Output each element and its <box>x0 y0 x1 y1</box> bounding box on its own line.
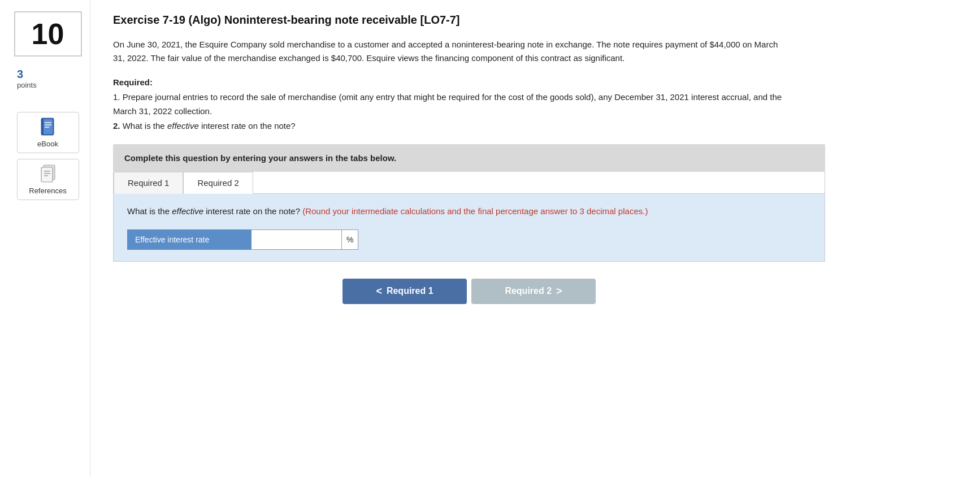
tab-question: What is the effective interest rate on t… <box>127 205 811 218</box>
prev-chevron: < <box>376 285 382 297</box>
tab-question-suffix: interest rate on the note? <box>203 206 300 216</box>
exercise-title: Exercise 7-19 (Algo) Noninterest-bearing… <box>113 14 957 27</box>
points-value: 3 <box>17 68 37 81</box>
nav-buttons: < Required 1 Required 2 > <box>113 279 825 304</box>
prev-button[interactable]: < Required 1 <box>342 279 467 304</box>
tab2-content: What is the effective interest rate on t… <box>114 194 825 261</box>
sidebar-tools: eBook References <box>11 112 84 200</box>
next-chevron: > <box>556 285 562 297</box>
tab-required1[interactable]: Required 1 <box>114 172 183 194</box>
ebook-label: eBook <box>37 140 58 148</box>
tab-required2[interactable]: Required 2 <box>183 172 253 194</box>
references-label: References <box>29 187 66 195</box>
tabs-container: Required 1 Required 2 What is the effect… <box>113 172 825 262</box>
main-content: Exercise 7-19 (Algo) Noninterest-bearing… <box>90 0 980 477</box>
ebook-tool[interactable]: eBook <box>17 112 79 153</box>
tab-question-prefix: What is the <box>127 206 172 216</box>
prev-label: Required 1 <box>387 286 433 296</box>
answer-label: Effective interest rate <box>127 229 251 250</box>
svg-rect-2 <box>41 118 44 135</box>
tab-question-italic: effective <box>172 206 203 216</box>
references-tool[interactable]: References <box>17 159 79 200</box>
svg-rect-1 <box>42 119 53 134</box>
copy-icon <box>39 164 57 184</box>
next-button: Required 2 > <box>471 279 596 304</box>
percent-symbol: % <box>342 229 358 250</box>
required-section: Required: 1. Prepare journal entries to … <box>113 75 791 133</box>
svg-rect-7 <box>41 167 53 182</box>
answer-row: Effective interest rate % <box>127 229 811 250</box>
question-body: On June 30, 2021, the Esquire Company so… <box>113 38 791 65</box>
next-label: Required 2 <box>505 286 552 296</box>
required-item-1: 1. Prepare journal entries to record the… <box>113 90 791 119</box>
required-item-2: 2. What is the effective interest rate o… <box>113 119 791 133</box>
instruction-bar: Complete this question by entering your … <box>113 144 825 172</box>
effective-rate-input[interactable] <box>251 229 342 250</box>
points-section: 3 points <box>17 68 37 89</box>
points-label: points <box>17 81 37 89</box>
round-note: (Round your intermediate calculations an… <box>302 206 648 216</box>
book-icon <box>39 117 57 137</box>
tabs-header: Required 1 Required 2 <box>114 172 825 194</box>
question-number: 10 <box>14 11 82 57</box>
left-sidebar: 10 3 points eBook <box>0 0 90 477</box>
required-label: Required: <box>113 77 153 87</box>
